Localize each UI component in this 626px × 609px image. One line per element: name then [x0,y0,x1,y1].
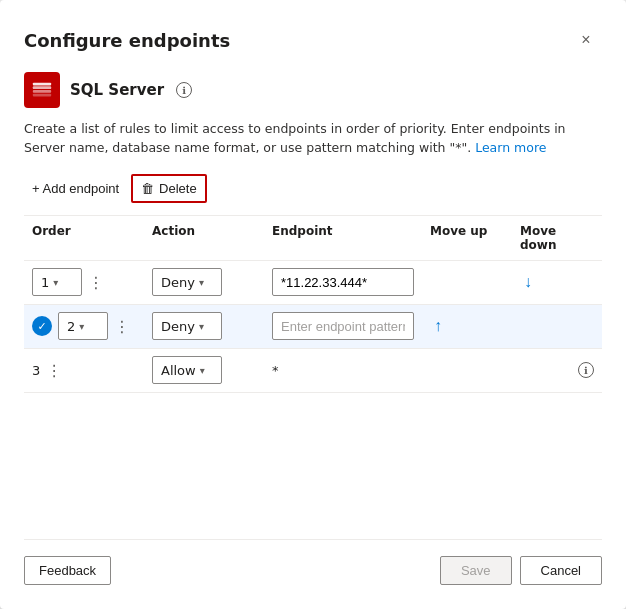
delete-label: Delete [159,181,197,196]
svg-rect-3 [33,94,51,97]
header-move-up: Move up [422,224,512,252]
order-cell-1: 1 ▾ ⋮ [24,268,144,296]
service-row: SQL Server ℹ [24,72,602,108]
dialog-header: Configure endpoints × [24,24,602,56]
configure-endpoints-dialog: Configure endpoints × SQL Server ℹ Creat… [0,0,626,609]
action-select-3[interactable]: Allow ▾ [152,356,222,384]
order-cell-2: ✓ 2 ▾ ⋮ [24,312,144,340]
move-up-button-2[interactable]: ↑ [430,313,446,339]
order-select-1[interactable]: 1 ▾ [32,268,82,296]
endpoint-cell-2 [264,312,422,340]
save-button[interactable]: Save [440,556,512,585]
action-select-2[interactable]: Deny ▾ [152,312,222,340]
row-menu-icon-3[interactable]: ⋮ [46,361,63,380]
row-menu-icon-2[interactable]: ⋮ [114,317,131,336]
endpoints-table: Order Action Endpoint Move up Move down … [24,215,602,516]
action-select-1[interactable]: Deny ▾ [152,268,222,296]
feedback-button[interactable]: Feedback [24,556,111,585]
order-value-3: 3 [32,363,40,378]
chevron-down-icon: ▾ [200,365,205,376]
service-info-icon[interactable]: ℹ [176,82,192,98]
endpoint-cell-3: * [264,363,422,378]
service-name: SQL Server [70,81,164,99]
row-menu-icon-1[interactable]: ⋮ [88,273,105,292]
add-endpoint-button[interactable]: + Add endpoint [24,176,127,201]
selected-check-icon: ✓ [32,316,52,336]
order-cell-3: 3 ⋮ [24,361,144,380]
svg-rect-2 [33,90,51,93]
description-text: Create a list of rules to limit access t… [24,120,602,158]
svg-rect-0 [33,83,51,86]
endpoint-value-3: * [272,363,279,378]
order-select-2[interactable]: 2 ▾ [58,312,108,340]
delete-button[interactable]: 🗑 Delete [131,174,207,203]
move-down-cell-3: ℹ [512,362,602,378]
toolbar: + Add endpoint 🗑 Delete [24,174,602,203]
learn-more-link[interactable]: Learn more [475,140,546,155]
move-up-cell-2: ↑ [422,313,512,339]
cancel-button[interactable]: Cancel [520,556,602,585]
table-row: 3 ⋮ Allow ▾ * ℹ [24,349,602,393]
chevron-down-icon: ▾ [53,277,58,288]
endpoint-input-1[interactable] [272,268,414,296]
sql-server-icon [24,72,60,108]
action-cell-1: Deny ▾ [144,268,264,296]
close-button[interactable]: × [570,24,602,56]
table-row: 1 ▾ ⋮ Deny ▾ ↓ [24,261,602,305]
endpoint-cell-1 [264,268,422,296]
table-header-row: Order Action Endpoint Move up Move down [24,216,602,261]
action-cell-3: Allow ▾ [144,356,264,384]
dialog-footer: Feedback Save Cancel [24,539,602,585]
endpoint-input-2[interactable] [272,312,414,340]
chevron-down-icon: ▾ [79,321,84,332]
table-row: ✓ 2 ▾ ⋮ Deny ▾ ↑ [24,305,602,349]
close-icon: × [581,31,590,49]
chevron-down-icon: ▾ [199,277,204,288]
row3-info-icon[interactable]: ℹ [578,362,594,378]
delete-icon: 🗑 [141,181,154,196]
chevron-down-icon: ▾ [199,321,204,332]
dialog-title: Configure endpoints [24,30,230,51]
header-order: Order [24,224,144,252]
action-cell-2: Deny ▾ [144,312,264,340]
header-action: Action [144,224,264,252]
footer-actions: Save Cancel [440,556,602,585]
header-endpoint: Endpoint [264,224,422,252]
svg-rect-1 [33,86,51,89]
header-move-down: Move down [512,224,602,252]
move-down-button-1[interactable]: ↓ [520,269,536,295]
move-down-cell-1: ↓ [512,269,602,295]
